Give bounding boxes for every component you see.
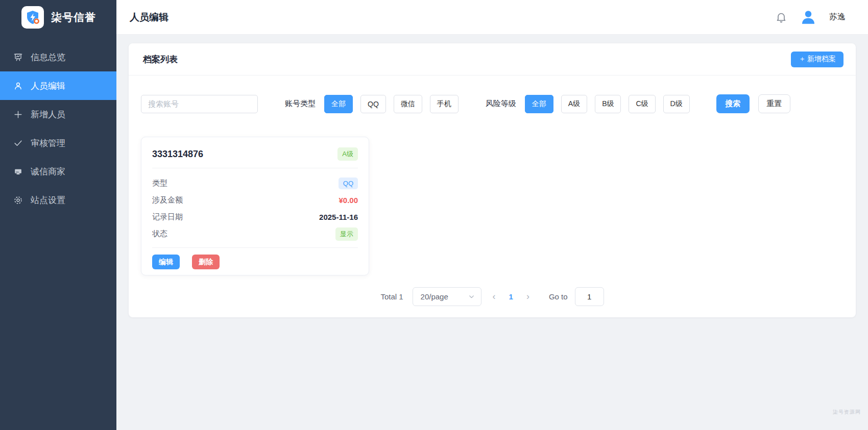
- account-type-qq[interactable]: QQ: [360, 95, 386, 113]
- bell-icon[interactable]: [775, 11, 787, 23]
- settings-icon: [13, 195, 23, 205]
- search-button[interactable]: 搜索: [716, 94, 750, 113]
- goto-label: Go to: [549, 292, 568, 301]
- account-type-group: 全部 QQ 微信 手机: [324, 95, 459, 113]
- reset-button[interactable]: 重置: [758, 94, 790, 113]
- sidebar-item-label: 新增人员: [31, 109, 65, 120]
- record-account: 3331314876: [152, 149, 203, 160]
- plus-icon: ＋: [799, 55, 806, 64]
- sidebar-item-overview[interactable]: 信息总览: [0, 43, 116, 71]
- panel-title: 档案列表: [143, 54, 178, 65]
- sidebar-item-merchant[interactable]: 诚信商家: [0, 157, 116, 186]
- shield-lightning-icon: [25, 9, 41, 26]
- risk-c[interactable]: C级: [629, 95, 655, 113]
- risk-b[interactable]: B级: [595, 95, 621, 113]
- merchant-icon: [13, 167, 23, 176]
- amount-value: ¥0.00: [339, 196, 358, 205]
- sidebar-item-label: 站点设置: [31, 194, 65, 206]
- dashboard-icon: [13, 53, 23, 62]
- date-value: 2025-11-16: [319, 213, 358, 221]
- sidebar-item-user-edit[interactable]: 人员编辑: [0, 71, 116, 100]
- per-page-select[interactable]: 20/page: [413, 287, 481, 306]
- panel-header: 档案列表 ＋ 新增档案: [129, 43, 856, 75]
- plus-icon: [13, 110, 23, 119]
- delete-button[interactable]: 删除: [192, 255, 220, 269]
- record-rows: 类型 QQ 涉及金额 ¥0.00 记录日期 2025-11-16 状态 显示: [141, 168, 369, 247]
- brand-name: 柒号信誉: [51, 10, 96, 24]
- sidebar-menu: 信息总览 人员编辑 新增人员 审核管理 诚信商家: [0, 43, 116, 214]
- top-header: 人员编辑 苏逸: [116, 0, 868, 35]
- next-page-button[interactable]: ›: [522, 291, 534, 302]
- search-input[interactable]: [141, 95, 258, 113]
- row-label: 状态: [152, 229, 167, 239]
- user-icon: [13, 81, 23, 91]
- filter-row: 账号类型 全部 QQ 微信 手机 风险等级 全部 A级 B级 C级 D级 搜索 …: [129, 75, 856, 113]
- goto-page-input[interactable]: [575, 287, 604, 306]
- username[interactable]: 苏逸: [829, 12, 846, 22]
- account-type-wechat[interactable]: 微信: [394, 95, 422, 113]
- risk-d[interactable]: D级: [663, 95, 690, 113]
- chevron-down-icon: [468, 293, 475, 300]
- avatar-icon[interactable]: [800, 9, 817, 26]
- main-content: 档案列表 ＋ 新增档案 账号类型 全部 QQ 微信 手机 风险等级 全部 A级 …: [116, 35, 868, 430]
- risk-all[interactable]: 全部: [525, 95, 553, 113]
- header-actions: 苏逸: [775, 9, 846, 26]
- sidebar-item-label: 人员编辑: [31, 80, 65, 92]
- risk-a[interactable]: A级: [561, 95, 587, 113]
- sidebar-item-add-user[interactable]: 新增人员: [0, 100, 116, 129]
- per-page-value: 20/page: [421, 292, 448, 301]
- record-header: 3331314876 A级: [141, 137, 369, 168]
- row-label: 涉及金额: [152, 195, 183, 205]
- pagination-total: Total 1: [380, 292, 403, 301]
- sidebar-item-settings[interactable]: 站点设置: [0, 186, 116, 214]
- record-card: 3331314876 A级 类型 QQ 涉及金额 ¥0.00 记录日期 2025…: [141, 137, 369, 275]
- add-archive-button[interactable]: ＋ 新增档案: [791, 52, 843, 67]
- page-number[interactable]: 1: [507, 292, 515, 301]
- edit-button[interactable]: 编辑: [152, 255, 180, 269]
- record-row-amount: 涉及金额 ¥0.00: [152, 192, 358, 209]
- row-label: 类型: [152, 179, 167, 188]
- status-badge: 显示: [335, 227, 358, 241]
- record-row-status: 状态 显示: [152, 225, 358, 242]
- filter-actions: 搜索 重置: [716, 94, 790, 113]
- record-row-date: 记录日期 2025-11-16: [152, 209, 358, 225]
- account-type-all[interactable]: 全部: [324, 95, 353, 113]
- sidebar-item-label: 诚信商家: [31, 166, 65, 178]
- archive-panel: 档案列表 ＋ 新增档案 账号类型 全部 QQ 微信 手机 风险等级 全部 A级 …: [129, 43, 856, 317]
- sidebar-item-label: 审核管理: [31, 137, 65, 149]
- account-type-phone[interactable]: 手机: [430, 95, 459, 113]
- risk-level-label: 风险等级: [486, 99, 516, 109]
- sidebar-item-review[interactable]: 审核管理: [0, 129, 116, 157]
- watermark: 柒号资源网: [833, 409, 861, 416]
- page-title: 人员编辑: [130, 11, 168, 24]
- risk-level-group: 全部 A级 B级 C级 D级: [525, 95, 690, 113]
- pagination: Total 1 20/page ‹ 1 › Go to: [129, 287, 856, 306]
- sidebar: 柒号信誉 信息总览 人员编辑 新增人员 审核管理: [0, 0, 116, 430]
- sidebar-item-label: 信息总览: [31, 52, 65, 63]
- type-badge: QQ: [339, 178, 358, 189]
- app-logo: [21, 6, 44, 29]
- record-actions: 编辑 删除: [141, 248, 369, 269]
- brand-header: 柒号信誉: [0, 0, 116, 35]
- level-badge: A级: [337, 147, 358, 161]
- add-archive-label: 新增档案: [807, 55, 836, 64]
- record-row-type: 类型 QQ: [152, 175, 358, 192]
- check-icon: [13, 138, 23, 148]
- account-type-label: 账号类型: [285, 99, 316, 109]
- prev-page-button[interactable]: ‹: [489, 291, 500, 302]
- row-label: 记录日期: [152, 212, 183, 222]
